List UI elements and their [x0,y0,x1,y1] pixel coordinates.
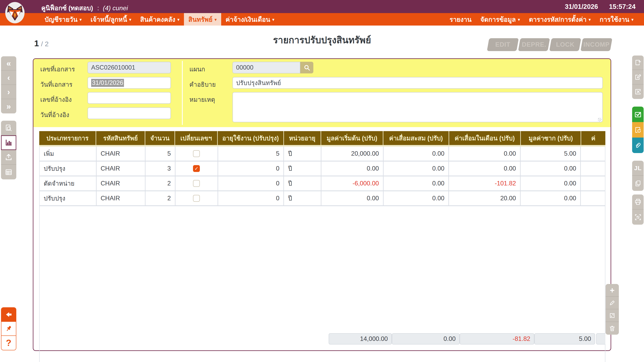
main-menu-bar: บัญชีรายวัน ▾ เจ้าหนี้/ลูกหนี้ ▾ สินค้าค… [0,13,644,25]
title-separator: : [97,4,99,12]
edit-row-button[interactable] [606,297,619,309]
total-initial-value: 14,000.00 [329,333,392,345]
chart-view-button[interactable] [1,135,16,150]
ref-no-field[interactable] [88,92,171,104]
depreciate-button[interactable]: DEPRE. [518,38,550,51]
export-button[interactable] [1,150,16,165]
document-pencil-icon [634,74,642,80]
app-title: คูนิฟ็อกซ์ (ทดสอบ) : (4) cunei [41,3,128,13]
document-plus-icon [634,59,642,66]
add-row-button[interactable]: + [606,284,619,297]
menu-codes-settings[interactable]: ตารางรหัส/การตั้งค่า ▾ [524,13,595,25]
copy-icon [634,180,642,187]
printer-icon [634,199,642,205]
back-arrow-icon [5,311,12,318]
scan-button[interactable] [632,210,644,225]
document-x-icon [634,88,642,95]
document-revert-icon [634,126,642,134]
remark-label: หมายเหตุ [190,94,215,105]
department-search-button[interactable] [300,62,313,73]
help-button[interactable]: ? [2,336,16,350]
table-row[interactable]: ตัดจำหน่าย CHAIR 2 0 ปี -6,000.00 0.00 -… [40,176,605,191]
resize-grip[interactable] [598,118,602,121]
menu-assets-active[interactable]: สินทรัพย์ ▾ [184,13,221,25]
attachments-button[interactable] [632,138,644,153]
previous-record-button[interactable]: ‹ [1,71,16,85]
renumber-checkbox[interactable] [193,180,200,187]
table-body: เพิ่ม CHAIR 5 5 ปี 20,000.00 0.00 0.00 5… [39,147,605,362]
col-header-accum-depre: ค่าเสื่อมสะสม (ปรับ) [384,131,449,145]
chevron-down-icon: ▾ [589,17,591,22]
chevron-down-icon: ▾ [272,17,274,22]
current-time: 15:57:24 [609,3,636,10]
output-group [632,194,644,225]
menu-inventory[interactable]: สินค้าคงคลัง ▾ [136,13,184,25]
app-logo[interactable] [5,1,25,24]
chevron-right-icon: › [7,88,10,96]
incomplete-button[interactable]: INCOMP [580,38,612,51]
new-document-button[interactable] [632,55,644,70]
col-header-salvage: มูลค่าซาก (ปรับ) [521,131,581,145]
top-bar: คูนิฟ็อกซ์ (ทดสอบ) : (4) cunei 31/01/202… [0,0,644,13]
data-table-button[interactable] [1,165,16,179]
description-field[interactable] [232,77,603,89]
table-row[interactable]: ปรับปรุง CHAIR 2 0 ปี 0.00 0.00 20.00 0.… [40,191,605,206]
renumber-checkbox[interactable] [193,150,200,157]
lock-button[interactable]: LOCK [549,38,581,51]
upload-icon [5,154,12,161]
delete-row-button[interactable] [606,322,619,335]
table-row[interactable]: เพิ่ม CHAIR 5 5 ปี 20,000.00 0.00 0.00 5… [40,147,605,161]
journal-link-button[interactable]: JL [632,161,644,176]
bar-chart-icon [5,139,12,146]
table-row[interactable]: ปรับปรุง CHAIR 3 0 ปี 0.00 0.00 0.00 0.0… [40,161,605,176]
clock: 31/01/2026 15:57:24 [565,3,636,10]
doc-no-field[interactable] [88,62,171,73]
doc-no-label: เลขที่เอกสาร [40,64,75,74]
expand-row-button[interactable] [606,309,619,322]
menu-data-management[interactable]: จัดการข้อมูล ▾ [476,13,524,25]
revert-button[interactable] [632,122,644,138]
last-record-button[interactable]: » [1,99,16,113]
edit-document-button[interactable] [632,70,644,84]
renumber-checkbox[interactable] [193,165,200,172]
menu-right: รายงาน จัดการข้อมูล ▾ ตารางรหัส/การตั้งค… [445,13,638,25]
journal-link-label: JL [634,165,642,172]
menu-daily-journal[interactable]: บัญชีรายวัน ▾ [40,13,86,25]
document-header-form: เลขที่เอกสาร วันที่เอกสาร 31/01/2026 เลข… [34,59,610,127]
first-page-icon: « [6,59,11,67]
menu-payable-receivable[interactable]: เจ้าหนี้/ลูกหนี้ ▾ [86,13,136,25]
col-header-life-unit: หน่วยอายุ [284,131,321,145]
copy-document-button[interactable] [632,176,644,191]
ref-date-label: วันที่อ้างอิง [40,110,69,120]
edit-button[interactable]: EDIT [487,38,518,51]
form-divider [182,61,183,125]
document-actions-group [632,55,644,99]
total-accum-depre: 0.00 [392,333,460,345]
doc-date-field[interactable]: 31/01/2026 [88,77,171,89]
record-nav-group: « ‹ › » [1,56,16,113]
table-header-row: ประเภทรายการ รหัสสินทรัพย์ จำนวน เปลี่ยน… [39,131,605,145]
department-field[interactable] [232,62,300,73]
menu-usage[interactable]: การใช้งาน ▾ [595,13,638,25]
back-button[interactable] [2,308,16,322]
paperclip-icon [634,142,642,149]
journal-group: JL [632,161,644,191]
header-underline [39,145,605,147]
expand-icon [609,312,616,319]
ref-date-field[interactable] [88,107,171,119]
pin-button[interactable] [2,322,16,336]
search-records-button[interactable] [1,121,16,135]
check-square-icon [634,111,642,118]
menu-reports[interactable]: รายงาน [445,13,476,25]
next-record-button[interactable]: › [1,85,16,99]
void-document-button[interactable] [632,84,644,99]
utility-group: ? [1,307,16,350]
approve-button[interactable] [632,107,644,122]
first-record-button[interactable]: « [1,56,16,71]
print-button[interactable] [632,194,644,210]
menu-payroll[interactable]: ค่าจ้าง/เงินเดือน ▾ [221,13,279,25]
col-header-type: ประเภทรายการ [39,131,96,145]
pencil-icon [609,300,616,306]
renumber-checkbox[interactable] [193,195,200,202]
remark-field[interactable] [232,92,603,122]
